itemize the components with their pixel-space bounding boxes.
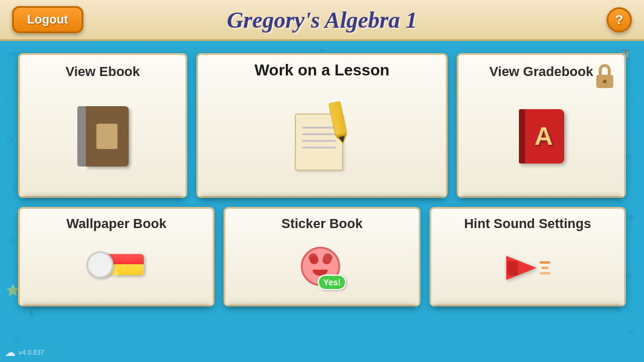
help-button[interactable]: ? [607, 7, 632, 33]
lesson-icon-area [292, 84, 352, 190]
logout-button[interactable]: Logout [12, 6, 83, 33]
sticker-label: Sticker Book [282, 216, 363, 232]
sticker-face-icon: Yes! [301, 247, 343, 289]
hint-icon-area [500, 238, 555, 297]
gradebook-icon-area: A [519, 86, 564, 187]
wallpaper-label: Wallpaper Book [66, 216, 166, 232]
bottom-row: Wallpaper Book [18, 207, 626, 306]
padlock-icon [594, 64, 615, 88]
wallpaper-roll-icon [89, 251, 144, 284]
lesson-card[interactable]: Work on a Lesson [196, 53, 448, 198]
lesson-label: Work on a Lesson [254, 61, 389, 80]
page-title: Gregory's Algebra 1 [227, 7, 417, 33]
wallpaper-icon-area [89, 238, 144, 297]
wallpaper-card[interactable]: Wallpaper Book [18, 207, 214, 306]
lesson-icon [292, 104, 352, 171]
ebook-icon [77, 106, 129, 167]
cloud-icon: ☁ [5, 346, 16, 359]
top-row: View Ebook [18, 53, 626, 198]
gradebook-icon: A [519, 109, 564, 164]
hint-label: Hint Sound Settings [464, 216, 591, 232]
ebook-label: View Ebook [65, 64, 140, 80]
version-label: v4.0.837 [19, 349, 44, 356]
header: Logout Gregory's Algebra 1 ? [0, 0, 644, 41]
sticker-card[interactable]: Sticker Book Yes! [224, 207, 420, 306]
version-area: ☁ v4.0.837 [5, 346, 44, 359]
gradebook-card[interactable]: View Gradebook A [457, 53, 626, 198]
grade-letter: A [535, 122, 553, 151]
ebook-icon-area [77, 86, 129, 187]
yes-badge: Yes! [318, 275, 346, 290]
ebook-card[interactable]: View Ebook [18, 53, 187, 198]
sticker-icon-area: Yes! [301, 238, 343, 297]
megaphone-icon [500, 250, 555, 286]
hint-sound-card[interactable]: Hint Sound Settings [430, 207, 626, 306]
gradebook-label: View Gradebook [489, 64, 593, 80]
main-content: View Ebook [0, 41, 644, 362]
